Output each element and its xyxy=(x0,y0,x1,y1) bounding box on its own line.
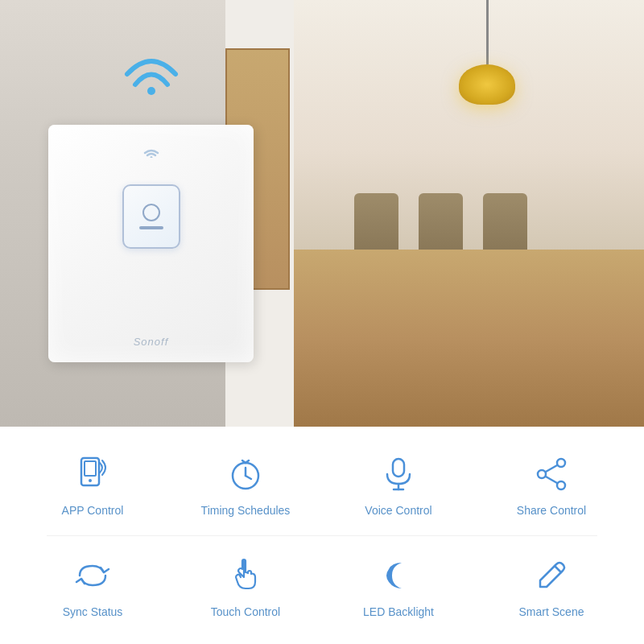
feature-timing: Timing Schedules xyxy=(181,452,310,518)
feature-led: LED Backlight xyxy=(334,553,463,619)
share-icon xyxy=(529,452,574,497)
svg-point-13 xyxy=(557,459,565,467)
app-control-icon xyxy=(70,452,115,497)
dining-area xyxy=(306,161,628,322)
voice-label: Voice Control xyxy=(365,503,431,518)
smart-scene-icon xyxy=(529,553,574,598)
switch-wifi-indicator xyxy=(142,145,160,160)
switch-button[interactable] xyxy=(122,184,180,249)
share-label: Share Control xyxy=(517,503,586,518)
smart-scene-label: Smart Scene xyxy=(519,605,584,619)
sync-label: Sync Status xyxy=(63,605,123,619)
feature-smart-scene: Smart Scene xyxy=(487,553,616,619)
feature-voice: Voice Control xyxy=(334,452,463,518)
svg-point-0 xyxy=(147,87,155,95)
wifi-icon xyxy=(119,40,184,97)
svg-point-15 xyxy=(557,481,565,489)
product-hero-image: Sonoff xyxy=(0,0,644,427)
timing-label: Timing Schedules xyxy=(201,503,291,518)
pendant-lamp xyxy=(459,0,515,105)
feature-app-control: APP Control xyxy=(28,452,157,518)
touch-icon xyxy=(223,553,268,598)
timing-icon xyxy=(223,452,268,497)
svg-rect-3 xyxy=(85,461,96,476)
feature-share: Share Control xyxy=(487,452,616,518)
touch-label: Touch Control xyxy=(211,605,280,619)
features-row-1: APP Control Timing Schedules xyxy=(16,439,628,531)
led-label: LED Backlight xyxy=(363,605,434,619)
app-control-label: APP Control xyxy=(62,503,124,518)
svg-point-1 xyxy=(150,156,152,158)
switch-panel: Sonoff xyxy=(48,125,254,362)
svg-point-14 xyxy=(538,470,546,478)
voice-icon xyxy=(376,452,421,497)
svg-point-4 xyxy=(89,479,92,482)
led-icon xyxy=(376,553,421,598)
features-section: APP Control Timing Schedules xyxy=(0,427,644,644)
row-divider xyxy=(47,535,597,536)
brand-label: Sonoff xyxy=(134,336,169,348)
svg-line-17 xyxy=(546,477,557,483)
svg-line-7 xyxy=(246,476,251,479)
svg-rect-10 xyxy=(393,459,404,477)
sync-icon xyxy=(70,553,115,598)
svg-line-18 xyxy=(555,566,561,572)
svg-line-16 xyxy=(546,465,557,472)
switch-btn-circle xyxy=(142,204,160,221)
features-row-2: Sync Status Touch Control LED Backlight xyxy=(16,540,628,633)
feature-sync: Sync Status xyxy=(28,553,157,619)
switch-btn-bar xyxy=(139,226,163,229)
feature-touch: Touch Control xyxy=(181,553,310,619)
